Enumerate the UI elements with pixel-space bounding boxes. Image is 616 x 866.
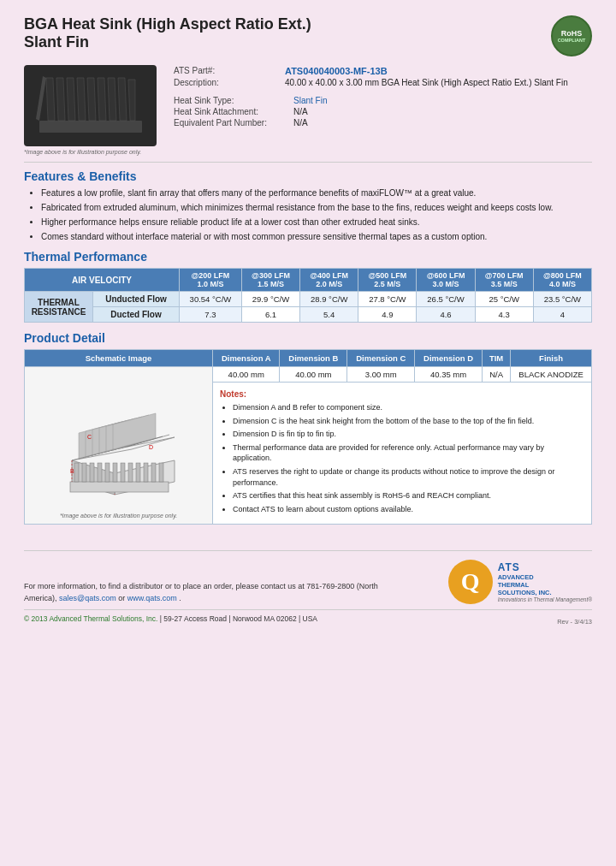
product-info-section: *Image above is for illustration purpose… [24,65,592,155]
svg-marker-1 [46,78,55,121]
note-item: Thermal performance data are provided fo… [233,442,584,464]
dim-c-value: 3.00 mm [347,367,415,383]
footer-copyright-left: © 2013 Advanced Thermal Solutions, Inc. … [24,614,317,626]
notes-cell: Notes: Dimension A and B refer to compon… [213,383,592,525]
svg-rect-36 [82,463,86,482]
ducted-val-4: 4.6 [417,307,475,323]
col-dim-c: Dimension C [347,350,415,367]
dim-b-value: 40.00 mm [280,367,347,383]
note-item: Dimension D is fin tip to fin tip. [233,429,584,440]
footer-copyright: © 2013 Advanced Thermal Solutions, Inc. … [24,609,592,626]
thermal-title: Thermal Performance [24,250,592,264]
equiv-part-label: Equivalent Part Number: [170,117,290,128]
page-header: BGA Heat Sink (High Aspect Ratio Ext.) S… [24,15,592,56]
svg-text:D: D [149,444,153,450]
svg-rect-44 [144,463,148,482]
heat-sink-type-value: Slant Fin [290,95,592,106]
ducted-label: Ducted Flow [93,307,180,323]
product-image-box: *Image above is for illustration purpose… [24,65,157,155]
svg-marker-5 [87,78,96,121]
email-link[interactable]: sales@qats.com [59,594,116,602]
svg-marker-9 [128,80,135,121]
col-header-3: @500 LFM 2.5 M/S [358,269,417,292]
ducted-val-5: 4.3 [475,307,533,323]
unducted-label: Unducted Flow [93,292,180,307]
rohs-text: RoHS [561,29,583,38]
address-text: | 59-27 Access Road | Norwood MA 02062 |… [160,614,317,623]
svg-marker-7 [108,78,116,121]
note-item: Dimension C is the heat sink height from… [233,416,584,427]
ducted-val-6: 4 [533,307,591,323]
feature-item: Comes standard without interface materia… [41,231,592,243]
note-item: Dimension A and B refer to component siz… [233,402,584,413]
product-detail-table: Schematic Image Dimension A Dimension B … [24,349,592,525]
thermal-resistance-label: THERMAL RESISTANCE [25,292,93,323]
product-detail-title: Product Detail [24,331,592,345]
notes-title: Notes: [220,389,584,399]
col-header-2: @400 LFM 2.0 M/S [300,269,358,292]
ats-full-name-2: THERMAL [498,581,592,589]
note-item: ATS certifies that this heat sink assemb… [233,490,584,501]
footer-content: For more information, to find a distribu… [24,560,592,604]
svg-marker-2 [56,78,65,121]
finish-value: BLACK ANODIZE [511,367,592,383]
svg-rect-45 [151,463,156,482]
description-label: Description: [170,77,281,88]
thermal-table: AIR VELOCITY @200 LFM 1.0 M/S @300 LFM 1… [24,268,592,323]
svg-rect-39 [105,463,110,482]
ats-q-symbol: Q [448,560,493,604]
svg-marker-3 [67,78,75,121]
part-label: ATS Part#: [170,65,281,77]
svg-rect-0 [39,121,142,133]
unducted-val-0: 30.54 °C/W [180,292,242,307]
product-details-table: ATS Part#: ATS040040003-MF-13B Descripti… [170,65,592,155]
unducted-val-6: 23.5 °C/W [533,292,591,307]
website-link[interactable]: www.qats.com [127,594,177,602]
unducted-val-2: 28.9 °C/W [300,292,358,307]
ats-name: ATS [498,561,592,573]
footer-text: For more information, to find a distribu… [24,581,383,604]
dim-a-value: 40.00 mm [213,367,280,383]
divider-1 [24,162,592,163]
image-caption: *Image above is for illustration purpose… [24,149,157,155]
note-item: Contact ATS to learn about custom option… [233,504,584,515]
ducted-val-1: 6.1 [241,307,299,323]
rohs-compliant-text: COMPLIANT [558,38,586,43]
ducted-val-0: 7.3 [180,307,242,323]
heat-sink-type-label: Heat Sink Type: [170,95,290,106]
svg-marker-4 [77,78,86,121]
rohs-badge: RoHS COMPLIANT [551,15,592,56]
svg-text:C: C [87,434,92,440]
part-number-value: ATS040040003-MF-13B [285,66,388,76]
unducted-val-3: 27.8 °C/W [358,292,417,307]
email-connector: or [118,594,127,602]
unducted-val-4: 26.5 °C/W [417,292,475,307]
attachment-label: Heat Sink Attachment: [170,106,290,117]
product-title: BGA Heat Sink (High Aspect Ratio Ext.) S… [24,15,311,51]
specs-table: Heat Sink Type: Slant Fin Heat Sink Atta… [170,95,592,128]
schematic-cell: A B C D [25,367,213,525]
ducted-val-3: 4.9 [358,307,417,323]
features-list: Features a low profile, slant fin array … [24,187,592,243]
svg-rect-40 [113,463,117,482]
svg-rect-46 [159,463,163,482]
product-image [24,65,157,146]
col-header-6: @800 LFM 4.0 M/S [533,269,591,292]
tim-value: N/A [482,367,510,383]
dim-d-value: 40.35 mm [415,367,483,383]
schematic-image-area: A B C D [29,372,208,509]
description-value: 40.00 x 40.00 x 3.00 mm BGA Heat Sink (H… [281,77,592,88]
svg-rect-37 [90,463,94,482]
col-dim-b: Dimension B [280,350,347,367]
ats-tagline: Innovations in Thermal Management® [498,596,592,602]
copyright-text: © 2013 Advanced Thermal Solutions, Inc. [24,614,157,623]
part-info-table: ATS Part#: ATS040040003-MF-13B Descripti… [170,65,592,88]
ats-full-name-1: ADVANCED [498,573,592,581]
rev-note: Rev - 3/4/13 [557,618,592,626]
svg-rect-42 [128,463,133,482]
feature-item: Fabricated from extruded aluminum, which… [41,202,592,214]
footer-section: For more information, to find a distribu… [24,550,592,626]
ats-logo: Q ATS ADVANCED THERMAL SOLUTIONS, INC. I… [448,560,592,604]
unducted-val-5: 25 °C/W [475,292,533,307]
col-header-0: @200 LFM 1.0 M/S [180,269,242,292]
